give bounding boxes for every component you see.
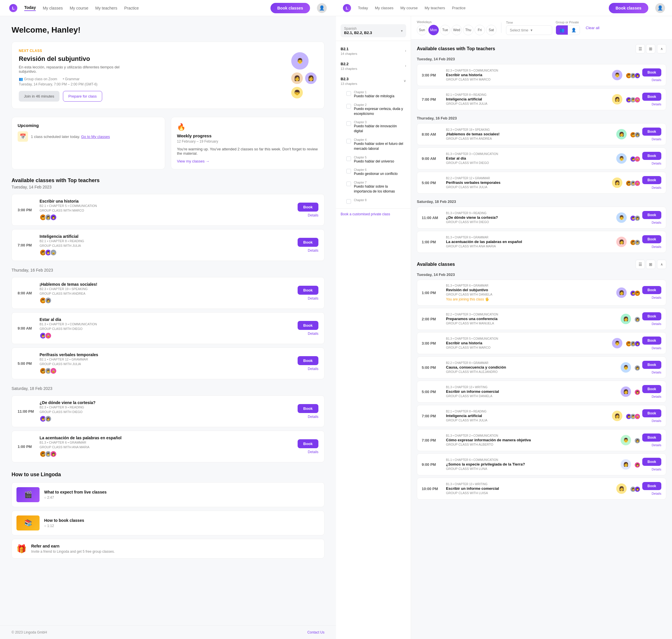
right-nav-my-classes[interactable]: My classes (375, 6, 393, 10)
details-button[interactable]: Details (652, 78, 661, 82)
chapter-checkbox-4[interactable] (346, 139, 351, 143)
list-view-btn[interactable]: ☰ (636, 44, 645, 53)
right-avatar[interactable]: 👤 (655, 3, 665, 13)
details-button[interactable]: Details (308, 332, 318, 336)
details-button[interactable]: Details (652, 492, 661, 495)
day-fri[interactable]: Fri (474, 25, 485, 35)
book-customized-link[interactable]: Book a customised private class (336, 208, 411, 220)
right-nav-practice[interactable]: Practice (452, 6, 466, 10)
right-nav-my-teachers[interactable]: My teachers (425, 6, 445, 10)
details-button[interactable]: Details (652, 395, 661, 398)
book-button[interactable]: Book (642, 286, 661, 294)
details-button[interactable]: Details (308, 367, 318, 371)
book-button[interactable]: Book (298, 321, 319, 330)
chapter-item-5[interactable]: Chapter 5 Puedo hablar del universo (336, 154, 411, 166)
chapter-item-8[interactable]: Chapter 8 (336, 196, 411, 206)
book-button[interactable]: Book (642, 93, 661, 101)
details-button[interactable]: Details (652, 322, 661, 326)
details-button[interactable]: Details (308, 415, 318, 419)
book-classes-button[interactable]: Book classes (270, 3, 310, 13)
details-button[interactable]: Details (308, 213, 318, 217)
avatar[interactable]: 👤 (317, 3, 327, 13)
time-select[interactable]: Select time ▾ (506, 26, 552, 35)
details-button[interactable]: Details (652, 346, 661, 350)
avail-list-view-btn[interactable]: ☰ (636, 260, 645, 269)
book-button[interactable]: Book (642, 361, 661, 369)
book-button[interactable]: Book (298, 238, 319, 247)
day-mon[interactable]: Mon (428, 25, 439, 35)
book-button[interactable]: Book (642, 128, 661, 136)
details-button[interactable]: Details (652, 186, 661, 189)
details-button[interactable]: Details (652, 443, 661, 447)
details-button[interactable]: Details (652, 103, 661, 106)
avail-grid-view-btn[interactable]: ⊞ (646, 260, 655, 269)
chapter-checkbox-7[interactable] (346, 182, 351, 186)
collapse-btn[interactable]: ∧ (657, 44, 666, 53)
details-button[interactable]: Details (652, 419, 661, 422)
day-sat[interactable]: Sat (486, 25, 497, 35)
contact-link[interactable]: Contact Us (308, 630, 325, 634)
book-button[interactable]: Book (642, 235, 661, 243)
book-button[interactable]: Book (298, 356, 319, 365)
details-button[interactable]: Details (308, 296, 318, 300)
clear-all-button[interactable]: Clear all (586, 26, 599, 30)
how-to-card-2[interactable]: 📚 How to book classes ○ 1:12 (12, 511, 325, 535)
details-button[interactable]: Details (652, 162, 661, 165)
chapter-checkbox-6[interactable] (346, 169, 351, 173)
details-button[interactable]: Details (652, 371, 661, 374)
grid-view-btn[interactable]: ⊞ (646, 44, 655, 53)
nav-my-course[interactable]: My course (69, 6, 88, 11)
chapter-checkbox-8[interactable] (346, 199, 351, 204)
book-button[interactable]: Book (642, 434, 661, 441)
details-button[interactable]: Details (652, 137, 661, 141)
book-button[interactable]: Book (642, 176, 661, 184)
refer-card[interactable]: 🎁 Refer and earn Invite a friend to Ling… (12, 539, 325, 559)
details-button[interactable]: Details (652, 468, 661, 471)
chapter-checkbox-1[interactable] (346, 91, 351, 96)
day-tue[interactable]: Tue (440, 25, 450, 35)
book-button[interactable]: Book (642, 312, 661, 321)
course-selector[interactable]: Spanish B2.1, B2.2, B2.3 ▾ (336, 21, 411, 41)
chapter-checkbox-5[interactable] (346, 156, 351, 161)
b21-header[interactable]: B2.1 14 chapters › (336, 43, 411, 58)
day-wed[interactable]: Wed (452, 25, 462, 35)
chapter-item-3[interactable]: Chapter 3 Puedo hablar de innovación dig… (336, 118, 411, 136)
book-button[interactable]: Book (642, 458, 661, 466)
prepare-button[interactable]: Prepare for class (63, 91, 102, 102)
nav-today[interactable]: Today (24, 5, 36, 11)
b23-header[interactable]: B2.3 13 chapters ∨ (336, 73, 411, 88)
chapter-item-7[interactable]: Chapter 7 Puedo hablar sobre la importan… (336, 179, 411, 196)
how-to-card-1[interactable]: 🎬 What to expect from live classes ○ 2:4… (12, 482, 325, 507)
book-button[interactable]: Book (642, 385, 661, 393)
book-button[interactable]: Book (642, 68, 661, 77)
right-nav-today[interactable]: Today (358, 6, 368, 10)
book-button[interactable]: Book (298, 286, 319, 295)
details-button[interactable]: Details (308, 249, 318, 252)
book-button[interactable]: Book (298, 404, 319, 413)
avail-collapse-btn[interactable]: ∧ (657, 260, 666, 269)
details-button[interactable]: Details (652, 245, 661, 249)
chapter-item-2[interactable]: Chapter 2 Puedo expresar certeza, duda y… (336, 101, 411, 119)
details-button[interactable]: Details (652, 221, 661, 224)
nav-practice[interactable]: Practice (124, 6, 139, 11)
chapter-checkbox-3[interactable] (346, 121, 351, 126)
group-button[interactable]: 👥 (556, 26, 568, 35)
book-button[interactable]: Book (642, 211, 661, 219)
view-my-classes-link[interactable]: View my classes → (177, 159, 318, 163)
day-thu[interactable]: Thu (463, 25, 473, 35)
book-button[interactable]: Book (642, 337, 661, 345)
book-button[interactable]: Book (298, 439, 319, 448)
nav-my-classes[interactable]: My classes (43, 6, 63, 11)
right-book-classes-button[interactable]: Book classes (609, 3, 648, 13)
book-button[interactable]: Book (642, 482, 661, 490)
private-button[interactable]: 👤 (568, 26, 580, 35)
chapter-item-6[interactable]: Chapter 6 Puedo gestionar un conflicto (336, 166, 411, 179)
book-button[interactable]: Book (642, 152, 661, 160)
join-button[interactable]: Join in 46 minutes (19, 91, 60, 102)
chapter-checkbox-2[interactable] (346, 104, 351, 109)
book-button[interactable]: Book (642, 409, 661, 417)
nav-my-teachers[interactable]: My teachers (95, 6, 117, 11)
chapter-item-4[interactable]: Chapter 4 Puedo hablar sobre el futuro d… (336, 136, 411, 154)
details-button[interactable]: Details (308, 450, 318, 454)
day-sun[interactable]: Sun (417, 25, 427, 35)
